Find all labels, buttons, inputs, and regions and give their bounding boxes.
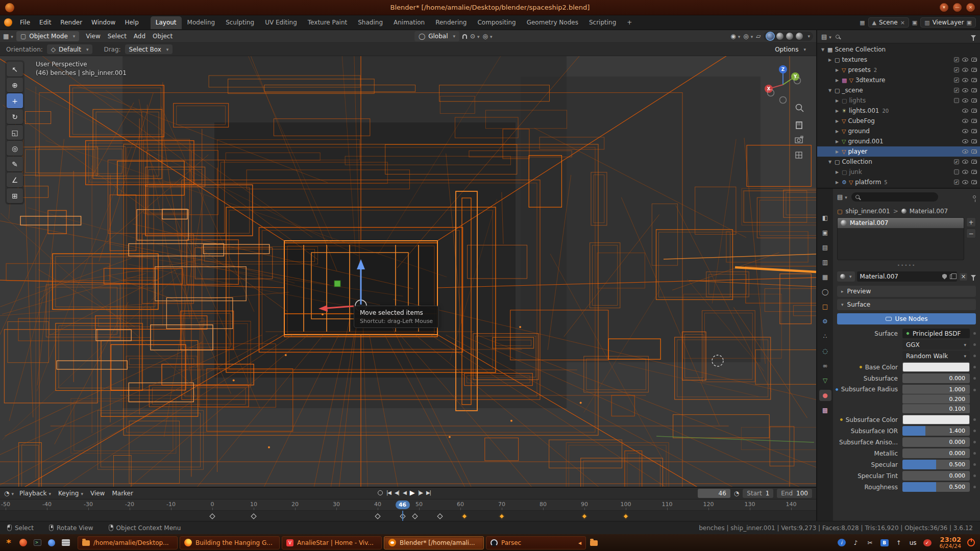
camera-icon[interactable] — [971, 129, 977, 133]
checkbox-icon[interactable] — [954, 98, 959, 103]
add-slot-button[interactable]: + — [966, 217, 976, 227]
camera-icon[interactable] — [971, 88, 977, 92]
keyframe-diamond[interactable] — [623, 513, 628, 519]
outliner-row-platform[interactable]: ▶⚙▽platform5✓ — [817, 177, 980, 187]
info-icon[interactable]: i — [838, 539, 846, 546]
metallic-slider[interactable]: 0.000 — [902, 448, 970, 458]
keyframe-diamond[interactable] — [209, 513, 215, 519]
workspace-tab-uv-editing[interactable]: UV Editing — [260, 16, 302, 29]
keyframe-dot[interactable] — [973, 430, 976, 432]
taskbar-window-firefox[interactable]: Building the Hanging G... — [180, 536, 280, 549]
expand-arrow-icon[interactable]: ▼ — [820, 47, 825, 52]
keyframe-diamond[interactable] — [461, 513, 467, 519]
camera-icon[interactable] — [971, 160, 977, 164]
expand-arrow-icon[interactable]: ▶ — [835, 98, 840, 103]
timeline-menu-keying[interactable]: Keying▾ — [55, 489, 87, 498]
options-dropdown[interactable]: Options ▾ — [771, 44, 810, 54]
keyframe-dot[interactable] — [973, 474, 976, 477]
camera-icon[interactable] — [971, 139, 977, 143]
prev-keyframe-button[interactable]: ◀| — [395, 490, 399, 495]
select-box-tool[interactable]: ↖ — [7, 62, 23, 77]
checkbox-icon[interactable]: ✓ — [954, 159, 959, 164]
breadcrumb-material[interactable]: Material.007 — [910, 208, 948, 215]
workspace-tab-compositing[interactable]: Compositing — [472, 16, 521, 29]
keyframe-dot[interactable] — [973, 441, 976, 443]
material-slot-list[interactable]: Material.007 — [837, 217, 964, 260]
viewlayer-selector[interactable]: ▥ ViewLayer ▣ — [920, 17, 976, 28]
tab-output[interactable]: ▤ — [819, 242, 831, 253]
menu-render[interactable]: Render — [56, 17, 87, 28]
tab-world[interactable]: ◯ — [819, 286, 831, 297]
subsurface-slider[interactable]: 0.000 — [902, 373, 970, 383]
play-button[interactable]: ▶ — [410, 489, 414, 496]
eye-icon[interactable] — [962, 180, 968, 184]
tab-physics[interactable]: ◌ — [819, 345, 831, 357]
pin-icon[interactable] — [973, 195, 976, 198]
tab-material[interactable]: ● — [819, 390, 831, 401]
bluetooth-icon[interactable]: B — [880, 539, 889, 546]
tab-render[interactable]: ▣ — [819, 227, 831, 238]
checkbox-icon[interactable] — [954, 169, 959, 174]
outliner-row-player[interactable]: ▶▽player — [817, 146, 980, 157]
editor-type-icon[interactable]: ▦▾ — [3, 33, 13, 40]
orientation-dropdown[interactable]: ◇ Default ▾ — [47, 44, 93, 54]
expand-arrow-icon[interactable]: ▶ — [835, 68, 840, 72]
expand-arrow-icon[interactable]: ▶ — [835, 78, 840, 83]
show-gizmo-icon[interactable]: ◉▾ — [730, 33, 740, 40]
outliner-row-ground-001[interactable]: ▶▽ground.001 — [817, 136, 980, 146]
add-cube-tool[interactable]: ⊞ — [7, 188, 23, 203]
screen-layout-icon[interactable]: ▦ — [860, 19, 865, 26]
terminal-launcher-icon[interactable]: > — [32, 537, 43, 548]
specular-slider[interactable]: 0.500 — [902, 460, 970, 469]
camera-icon[interactable] — [971, 78, 977, 82]
tab-object-data[interactable]: ▽ — [819, 375, 831, 386]
keyframe-dot[interactable] — [973, 418, 976, 421]
eye-icon[interactable] — [962, 160, 968, 164]
expand-arrow-icon[interactable]: ▶ — [835, 129, 840, 134]
checkbox-icon[interactable]: ✓ — [954, 88, 959, 93]
timeline-editor-icon[interactable]: ◔▾ — [4, 490, 14, 497]
taskbar-clock[interactable]: 23:026/24/24 — [940, 536, 961, 549]
shield-icon[interactable]: ✓ — [923, 539, 932, 546]
transform-tool[interactable]: ◎ — [7, 141, 23, 156]
next-keyframe-button[interactable]: |▶ — [418, 490, 423, 495]
eye-icon[interactable] — [962, 129, 968, 133]
browse-material-button[interactable]: ▾ — [837, 271, 855, 282]
editor-launcher-icon[interactable] — [46, 537, 57, 548]
keyframe-dot[interactable] — [973, 355, 976, 357]
subsurface-aniso-slider[interactable]: 0.000 — [902, 437, 970, 447]
outliner-row-cubefog[interactable]: ▶▽CubeFog — [817, 116, 980, 126]
file-drawer-icon[interactable] — [60, 537, 71, 548]
camera-icon[interactable] — [971, 149, 977, 154]
workspace-tab-layout[interactable]: Layout — [151, 16, 182, 29]
camera-icon[interactable] — [971, 58, 977, 62]
menu-edit[interactable]: Edit — [35, 17, 56, 28]
power-icon[interactable] — [967, 539, 975, 546]
jump-to-end-button[interactable]: ▶| — [426, 490, 431, 495]
keyframe-dot[interactable] — [973, 366, 976, 368]
camera-icon[interactable] — [971, 68, 977, 72]
timeline-ruler[interactable]: -50-40-30-20-100102030405060708090100110… — [0, 499, 816, 511]
cursor-tool[interactable]: ⊕ — [7, 78, 23, 92]
unlink-scene-icon[interactable]: × — [900, 19, 905, 26]
camera-icon[interactable] — [971, 119, 977, 123]
menu-help[interactable]: Help — [120, 17, 143, 28]
menu-window[interactable]: Window — [87, 17, 120, 28]
remove-slot-button[interactable]: − — [966, 229, 976, 238]
timeline-menu-playback[interactable]: Playback▾ — [16, 489, 55, 498]
workspace-tab--[interactable]: + — [622, 16, 637, 29]
distribution-dropdown[interactable]: GGX▾ — [902, 340, 970, 349]
expand-arrow-icon[interactable]: ▶ — [835, 139, 840, 144]
transform-orientation-dropdown[interactable]: ◯ Global ▾ — [414, 31, 459, 41]
timeline-menu-view[interactable]: View — [87, 489, 108, 498]
expand-arrow-icon[interactable]: ▶ — [835, 109, 840, 113]
keyframe-diamond[interactable] — [581, 513, 587, 519]
subsurface-radius-fields[interactable]: 1.000 0.200 0.100 — [902, 385, 970, 413]
keyframe-dot[interactable] — [973, 332, 976, 335]
viewport-canvas[interactable] — [0, 56, 816, 487]
minimize-icon[interactable]: — — [953, 3, 962, 12]
cut-icon[interactable]: ✂ — [866, 539, 874, 547]
expand-arrow-icon[interactable]: ▶ — [835, 180, 840, 185]
surface-shader-field[interactable]: Principled BSDF — [902, 329, 970, 338]
material-slot-row[interactable]: Material.007 — [838, 218, 964, 228]
